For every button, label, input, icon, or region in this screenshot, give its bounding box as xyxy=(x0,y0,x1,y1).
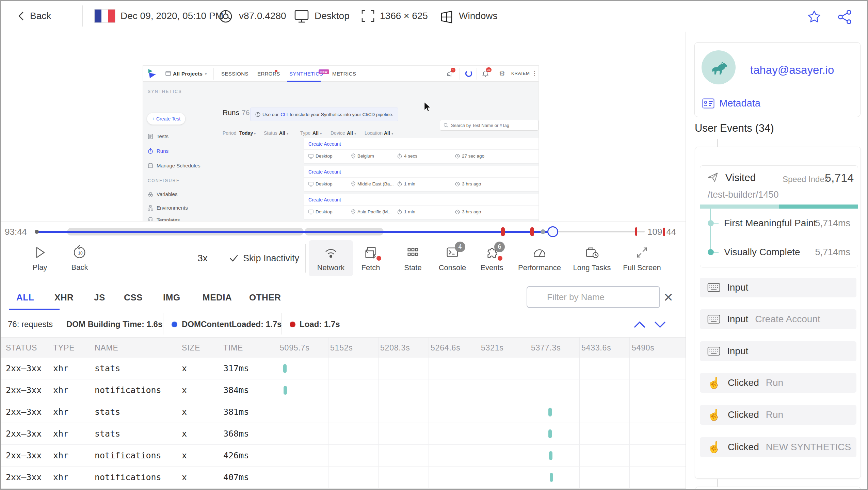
event-marker-gray[interactable] xyxy=(541,229,545,234)
errors-alert-dot xyxy=(275,70,277,72)
run-device: Desktop xyxy=(316,153,333,159)
time-col-7: 5490s xyxy=(632,343,655,353)
fmp-dot xyxy=(708,220,714,226)
panel-button-performance[interactable]: Performance xyxy=(517,240,562,276)
tab-sessions[interactable]: SESSIONS xyxy=(221,71,248,77)
filter-status-value[interactable]: All xyxy=(279,130,285,136)
device-icon xyxy=(308,154,314,159)
metadata-button[interactable]: Metadata xyxy=(702,98,760,109)
test-search-box[interactable] xyxy=(440,120,539,131)
panel-button-console[interactable]: Console 4 xyxy=(430,240,475,276)
horizontal-scrollbar[interactable] xyxy=(1,488,686,490)
user-email[interactable]: tahay@asayer.io xyxy=(750,64,834,77)
event-row-input[interactable]: Input Create Account xyxy=(700,309,856,329)
event-row-input[interactable]: Input xyxy=(700,278,856,297)
run-name[interactable]: Create Account xyxy=(308,169,341,175)
play-button[interactable]: Play xyxy=(18,240,62,276)
panel-button-state[interactable]: State xyxy=(391,240,435,276)
sidebar-item-environments[interactable]: Environments xyxy=(148,205,188,211)
network-request-row[interactable]: 2xx–3xx xhr notifications x 407ms xyxy=(1,467,686,488)
network-tab-other[interactable]: OTHER xyxy=(249,292,281,303)
tab-metrics[interactable]: METRICS xyxy=(332,71,356,77)
event-row-input[interactable]: Input xyxy=(700,341,856,361)
panel-button-network[interactable]: Network xyxy=(309,240,353,276)
panel-button-long-tasks[interactable]: Long Tasks xyxy=(570,240,614,276)
panel-button-full-screen[interactable]: Full Screen xyxy=(620,240,664,276)
rewind-10-icon: 10 xyxy=(72,245,87,260)
event-row-clicked[interactable]: ☝ Clicked NEW SYNTHETICS xyxy=(700,437,856,457)
create-test-button[interactable]: +Create Test xyxy=(147,113,185,125)
skip-inactivity-toggle[interactable]: Skip Inactivity xyxy=(229,239,299,277)
event-marker-red[interactable] xyxy=(530,227,534,236)
network-tab-js[interactable]: JS xyxy=(94,292,105,303)
tab-synthetics[interactable]: SYNTHETICS xyxy=(289,71,323,77)
network-tab-img[interactable]: IMG xyxy=(163,292,180,303)
cli-link[interactable]: CLI xyxy=(280,112,288,117)
run-ago: 3 hrs ago xyxy=(462,209,481,214)
runs-count: 76 xyxy=(242,109,250,117)
share-icon[interactable] xyxy=(837,9,852,25)
session-replay-screen: Back Dec 09, 2020, 05:10 PM v87.0.4280 D… xyxy=(0,0,868,490)
network-filter-input[interactable] xyxy=(527,286,660,308)
filter-device-value[interactable]: All xyxy=(347,130,353,136)
loading-spinner-icon xyxy=(465,70,472,77)
event-type: Clicked xyxy=(728,409,759,420)
animal-avatar-icon xyxy=(708,57,729,78)
network-table-header: STATUS TYPE NAME SIZE TIME 5095.7s 5152s… xyxy=(1,338,686,358)
sidebar-item-tests[interactable]: Tests xyxy=(148,133,168,139)
run-name[interactable]: Create Account xyxy=(308,141,341,147)
filter-location-value[interactable]: All xyxy=(384,130,390,136)
kebab-menu-icon[interactable]: ⋮ xyxy=(532,70,537,77)
network-request-row[interactable]: 2xx–3xx xhr stats x 317ms xyxy=(1,358,686,379)
event-detail: NEW SYNTHETICS xyxy=(766,442,851,453)
network-tab-media[interactable]: MEDIA xyxy=(203,292,232,303)
run-name[interactable]: Create Account xyxy=(308,197,341,202)
project-selector[interactable]: All Projects xyxy=(173,71,203,77)
col-name: NAME xyxy=(95,343,118,353)
test-search-input[interactable] xyxy=(451,123,533,128)
run-card[interactable]: Create Account Desktop Belgium 4 secs 27… xyxy=(304,138,539,163)
panel-button-fetch[interactable]: Fetch xyxy=(349,240,393,276)
event-marker-red[interactable] xyxy=(635,227,637,236)
filter-period-value[interactable]: Today xyxy=(239,130,253,136)
network-request-row[interactable]: 2xx–3xx xhr stats x 381ms xyxy=(1,401,686,423)
jump-previous-icon[interactable] xyxy=(633,320,646,329)
user-menu[interactable]: KRAIEM xyxy=(511,71,530,76)
speed-toggle[interactable]: 3x xyxy=(187,239,218,277)
sidebar-item-manage-schedules[interactable]: Manage Schedules xyxy=(148,163,200,168)
network-panel: ALL XHR JS CSS IMG MEDIA OTHER × 76: req… xyxy=(1,277,686,490)
network-tab-xhr[interactable]: XHR xyxy=(54,292,74,303)
filter-type-value[interactable]: All xyxy=(312,130,319,136)
sidebar-item-runs[interactable]: Runs xyxy=(148,148,168,154)
keyboard-icon xyxy=(707,283,720,292)
sidebar-item-variables[interactable]: Variables xyxy=(148,191,177,197)
settings-gear-icon[interactable]: ⚙ xyxy=(499,69,505,78)
network-tab-css[interactable]: CSS xyxy=(124,292,143,303)
network-request-row[interactable]: 2xx–3xx xhr notifications x 384ms xyxy=(1,379,686,401)
event-row-clicked[interactable]: ☝ Clicked Run xyxy=(700,405,856,425)
sidebar-divider xyxy=(147,173,218,173)
close-panel-icon[interactable]: × xyxy=(664,286,673,308)
windows-os-icon xyxy=(439,9,454,24)
events-alert-dot xyxy=(498,256,502,261)
back-button[interactable]: Back xyxy=(30,11,51,21)
run-card[interactable]: Create Account Desktop Middle East (Ba..… xyxy=(304,166,539,191)
network-tab-all[interactable]: ALL xyxy=(16,292,34,303)
long-tasks-briefcase-icon xyxy=(584,245,600,260)
top-bar: Back Dec 09, 2020, 05:10 PM v87.0.4280 D… xyxy=(1,1,868,31)
network-request-row[interactable]: 2xx–3xx xhr notifications x 426ms xyxy=(1,445,686,467)
event-row-clicked[interactable]: ☝ Clicked Run xyxy=(700,373,856,393)
playhead-knob[interactable] xyxy=(547,226,558,237)
recorded-mouse-cursor xyxy=(424,102,431,112)
run-card[interactable]: Create Account Desktop Asia Pacific (M..… xyxy=(304,194,539,219)
back-10-button[interactable]: 10 Back xyxy=(58,240,102,276)
visited-event-card[interactable]: Visited Speed Index 5,714 /test-builder/… xyxy=(700,165,858,267)
col-time: TIME xyxy=(223,343,243,353)
visually-complete-dot xyxy=(708,249,714,255)
jump-next-icon[interactable] xyxy=(653,320,667,329)
network-request-row[interactable]: 2xx–3xx xhr stats x 368ms xyxy=(1,423,686,445)
favorite-star-icon[interactable] xyxy=(807,10,822,24)
panel-button-events[interactable]: Events 6 xyxy=(470,240,514,276)
click-hand-icon: ☝ xyxy=(707,441,721,454)
event-marker-red[interactable] xyxy=(501,227,505,236)
